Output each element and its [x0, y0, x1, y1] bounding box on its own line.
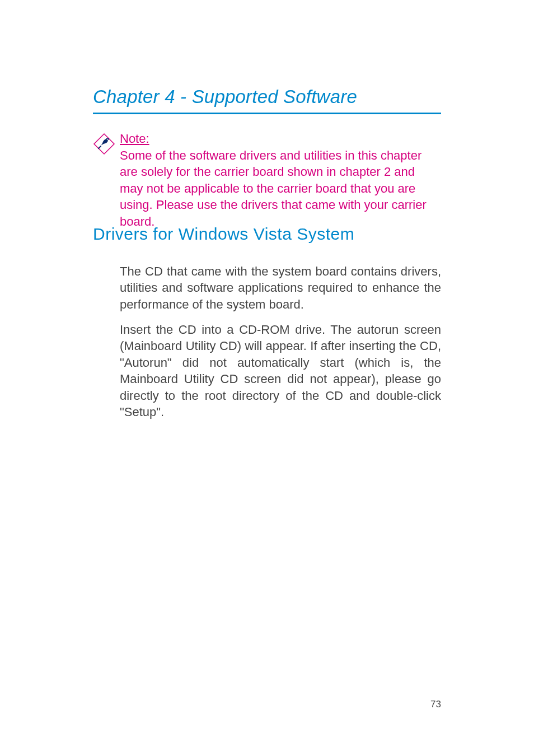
document-page: Chapter 4 - Supported Software Note: Som… — [0, 0, 534, 756]
note-block: Note: Some of the software drivers and u… — [93, 132, 441, 230]
title-underline — [93, 113, 441, 114]
note-icon — [93, 133, 115, 155]
chapter-title: Chapter 4 - Supported Software — [93, 86, 357, 108]
svg-marker-0 — [94, 134, 114, 154]
page-number: 73 — [430, 699, 441, 710]
note-text: Some of the software drivers and utiliti… — [120, 148, 427, 228]
section-heading: Drivers for Windows Vista System — [93, 225, 354, 244]
body-paragraph-1: The CD that came with the system board c… — [120, 263, 441, 312]
body-paragraph-2: Insert the CD into a CD-ROM drive. The a… — [120, 321, 441, 421]
note-label: Note: — [120, 132, 441, 146]
